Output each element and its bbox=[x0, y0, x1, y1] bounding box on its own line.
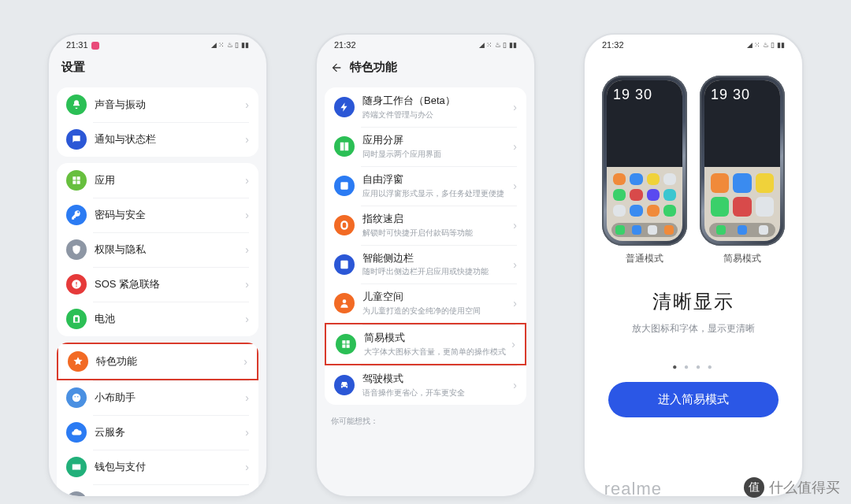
row-sidebar[interactable]: 智能侧边栏随时呼出侧边栏开启应用或快捷功能 › bbox=[325, 245, 526, 284]
chevron-right-icon: › bbox=[245, 98, 249, 111]
chevron-right-icon: › bbox=[245, 278, 249, 291]
side-icon bbox=[334, 254, 355, 275]
status-bar: 21:32 ◢ ⁙ ♨ ▯ ▮▮ bbox=[317, 35, 534, 55]
mini-phone-normal: 19 30 bbox=[602, 76, 687, 246]
row-apps[interactable]: 应用 › bbox=[57, 163, 258, 198]
settings-group-1: 声音与振动 › 通知与状态栏 › bbox=[57, 87, 258, 157]
row-label: 简易模式 bbox=[364, 332, 511, 345]
preview-simple[interactable]: 19 30 简易模式 bbox=[700, 76, 785, 265]
svg-point-2 bbox=[77, 396, 79, 398]
page-header: 特色功能 bbox=[317, 55, 534, 83]
features-list: 随身工作台（Beta）跨端文件管理与办公 › 应用分屏同时显示两个应用界面 › … bbox=[325, 87, 526, 405]
wallet-icon bbox=[66, 457, 87, 477]
row-label: 应用分屏 bbox=[362, 134, 513, 147]
chevron-right-icon: › bbox=[513, 101, 517, 113]
arrow-left-icon bbox=[330, 61, 343, 74]
row-sound[interactable]: 声音与振动 › bbox=[57, 87, 258, 122]
row-pass[interactable]: 密码与安全 › bbox=[57, 198, 258, 232]
svg-rect-6 bbox=[340, 182, 347, 189]
mode-preview-row: 19 30 普通模式 19 30 bbox=[585, 55, 802, 272]
recording-indicator-icon bbox=[91, 42, 99, 50]
row-notify[interactable]: 通知与状态栏 › bbox=[57, 122, 258, 157]
chevron-right-icon: › bbox=[245, 391, 249, 404]
settings-group-2: 应用 › 密码与安全 › 权限与隐私 › SOS 紧急联络 › 电池 › bbox=[57, 163, 258, 336]
status-time: 21:32 bbox=[602, 40, 624, 50]
chevron-right-icon: › bbox=[245, 461, 249, 473]
bell-icon bbox=[66, 94, 87, 115]
grid-icon bbox=[66, 170, 87, 191]
row-subtitle: 语音操作更省心，开车更安全 bbox=[362, 387, 513, 398]
chevron-right-icon: › bbox=[245, 313, 249, 325]
chevron-right-icon: › bbox=[243, 355, 247, 368]
row-cloud[interactable]: 云服务 › bbox=[57, 415, 258, 450]
row-label: 声音与振动 bbox=[95, 98, 245, 112]
enter-simple-mode-button[interactable]: 进入简易模式 bbox=[608, 382, 779, 417]
row-desk[interactable]: 随身工作台（Beta）跨端文件管理与办公 › bbox=[325, 87, 526, 127]
row-float[interactable]: 自由浮窗应用以浮窗形式显示，多任务处理更便捷 › bbox=[325, 166, 526, 206]
hero-title: 清晰显示 bbox=[585, 289, 802, 314]
sos-icon bbox=[66, 274, 87, 295]
phone-features: 21:32 ◢ ⁙ ♨ ▯ ▮▮ 特色功能 随身工作台（Beta）跨端文件管理与… bbox=[315, 33, 536, 498]
svg-point-0 bbox=[72, 394, 81, 402]
watermark-text: 什么值得买 bbox=[769, 478, 840, 497]
row-label: 驾驶模式 bbox=[362, 372, 513, 386]
mini-phone-simple: 19 30 bbox=[700, 76, 785, 246]
row-subtitle: 为儿童打造的安全纯净的使用空间 bbox=[362, 306, 513, 316]
chevron-right-icon: › bbox=[245, 495, 249, 498]
face-icon bbox=[66, 387, 87, 408]
chevron-right-icon: › bbox=[513, 219, 517, 232]
preview-simple-label: 简易模式 bbox=[700, 252, 785, 265]
brand-watermark: realme bbox=[604, 479, 662, 499]
page-title: 特色功能 bbox=[350, 60, 397, 75]
row-kids[interactable]: 儿童空间为儿童打造的安全纯净的使用空间 › bbox=[325, 284, 526, 323]
chevron-right-icon: › bbox=[513, 140, 517, 153]
chevron-right-icon: › bbox=[511, 338, 515, 350]
site-watermark: 值 什么值得买 bbox=[744, 477, 840, 498]
status-icons: ◢ ⁙ ♨ ▯ ▮▮ bbox=[211, 41, 249, 49]
row-label: 权限与隐私 bbox=[95, 243, 245, 257]
preview-normal-label: 普通模式 bbox=[602, 252, 687, 265]
chevron-right-icon: › bbox=[245, 209, 249, 221]
phone-settings: 21:31 ◢ ⁙ ♨ ▯ ▮▮ 设置 声音与振动 › 通知与状态栏 › 应用 … bbox=[47, 33, 268, 498]
key-icon bbox=[66, 205, 87, 225]
status-icons: ◢ ⁙ ♨ ▯ ▮▮ bbox=[747, 41, 785, 49]
row-label: 通知与状态栏 bbox=[95, 133, 245, 146]
chevron-right-icon: › bbox=[513, 180, 517, 192]
row-xiaobu[interactable]: 小布助手 › bbox=[57, 380, 258, 415]
row-finger[interactable]: 指纹速启解锁时可快捷开启付款码等功能 › bbox=[325, 206, 526, 245]
row-label: 电池 bbox=[95, 313, 245, 326]
star-icon bbox=[68, 351, 88, 372]
back-button[interactable] bbox=[329, 61, 344, 75]
status-time: 21:31 bbox=[66, 40, 88, 50]
bolt-icon bbox=[334, 97, 355, 117]
row-label: 指纹速启 bbox=[362, 213, 513, 226]
grid-icon bbox=[336, 334, 356, 354]
msg-icon bbox=[66, 129, 87, 150]
row-label: 自由浮窗 bbox=[362, 173, 513, 187]
preview-clock: 19 30 bbox=[613, 87, 676, 103]
row-split[interactable]: 应用分屏同时显示两个应用界面 › bbox=[325, 127, 526, 166]
chevron-right-icon: › bbox=[513, 297, 517, 309]
window-icon bbox=[334, 176, 355, 196]
row-simple[interactable]: 简易模式大字体大图标大音量，更简单的操作模式 › bbox=[325, 323, 526, 365]
chevron-right-icon: › bbox=[513, 379, 517, 391]
status-bar: 21:32 ◢ ⁙ ♨ ▯ ▮▮ bbox=[585, 35, 802, 55]
status-bar: 21:31 ◢ ⁙ ♨ ▯ ▮▮ bbox=[49, 35, 266, 55]
finger-icon bbox=[334, 215, 355, 235]
kid-icon bbox=[334, 293, 355, 313]
row-label: 特色功能 bbox=[96, 355, 243, 369]
car-icon bbox=[334, 375, 355, 395]
preview-normal[interactable]: 19 30 普通模式 bbox=[602, 76, 687, 265]
status-icons: ◢ ⁙ ♨ ▯ ▮▮ bbox=[479, 41, 517, 49]
svg-point-1 bbox=[74, 396, 76, 398]
row-other[interactable]: 其他设置 › bbox=[57, 484, 258, 498]
row-wallet[interactable]: 钱包与支付 › bbox=[57, 450, 258, 484]
row-drive[interactable]: 驾驶模式语音操作更省心，开车更安全 › bbox=[325, 365, 526, 405]
row-sos[interactable]: SOS 紧急联络 › bbox=[57, 267, 258, 302]
row-feature[interactable]: 特色功能 › bbox=[57, 343, 258, 380]
row-subtitle: 随时呼出侧边栏开启应用或快捷功能 bbox=[362, 266, 513, 276]
row-subtitle: 大字体大图标大音量，更简单的操作模式 bbox=[364, 346, 511, 357]
row-battery[interactable]: 电池 › bbox=[57, 302, 258, 336]
row-priv[interactable]: 权限与隐私 › bbox=[57, 232, 258, 267]
pager-dots[interactable]: ● ● ● ● bbox=[585, 362, 802, 371]
